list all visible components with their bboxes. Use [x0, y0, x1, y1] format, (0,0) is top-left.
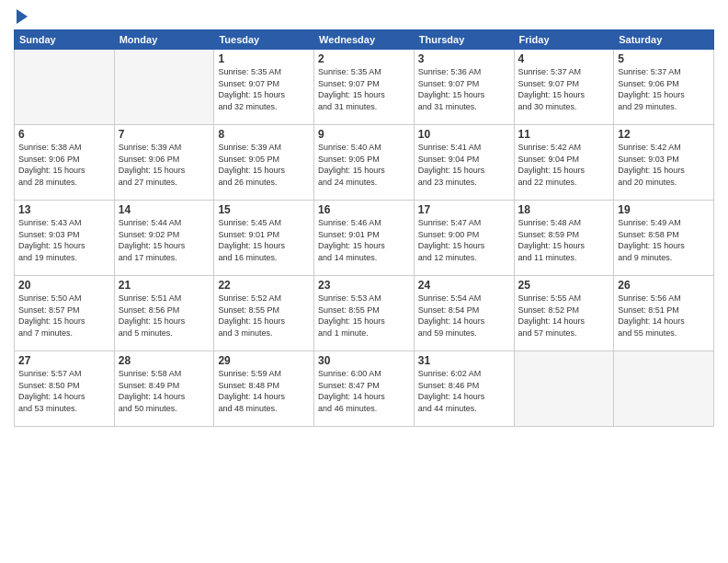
day-number: 23 — [318, 279, 410, 292]
calendar-cell: 16Sunrise: 5:46 AM Sunset: 9:01 PM Dayli… — [314, 201, 415, 276]
day-info: Sunrise: 5:52 AM Sunset: 8:55 PM Dayligh… — [218, 293, 310, 339]
calendar-cell: 10Sunrise: 5:41 AM Sunset: 9:04 PM Dayli… — [414, 125, 514, 201]
calendar-cell: 21Sunrise: 5:51 AM Sunset: 8:56 PM Dayli… — [114, 276, 214, 351]
weekday-header-friday: Friday — [514, 30, 614, 50]
day-info: Sunrise: 5:55 AM Sunset: 8:52 PM Dayligh… — [518, 293, 610, 339]
calendar-cell: 19Sunrise: 5:49 AM Sunset: 8:58 PM Dayli… — [614, 201, 714, 276]
calendar-cell: 12Sunrise: 5:42 AM Sunset: 9:03 PM Dayli… — [614, 125, 714, 201]
day-number: 30 — [318, 354, 410, 367]
day-number: 24 — [418, 279, 510, 292]
calendar-cell: 27Sunrise: 5:57 AM Sunset: 8:50 PM Dayli… — [15, 351, 115, 427]
calendar-cell — [514, 351, 614, 427]
day-info: Sunrise: 6:02 AM Sunset: 8:46 PM Dayligh… — [418, 368, 510, 414]
day-info: Sunrise: 5:57 AM Sunset: 8:50 PM Dayligh… — [18, 368, 110, 414]
calendar-cell: 5Sunrise: 5:37 AM Sunset: 9:06 PM Daylig… — [614, 50, 714, 125]
day-number: 11 — [518, 128, 610, 141]
day-number: 13 — [18, 203, 110, 216]
day-info: Sunrise: 5:54 AM Sunset: 8:54 PM Dayligh… — [418, 293, 510, 339]
weekday-header-thursday: Thursday — [414, 30, 514, 50]
day-number: 22 — [218, 279, 310, 292]
day-number: 15 — [218, 203, 310, 216]
calendar-cell: 9Sunrise: 5:40 AM Sunset: 9:05 PM Daylig… — [314, 125, 415, 201]
calendar-cell: 2Sunrise: 5:35 AM Sunset: 9:07 PM Daylig… — [314, 50, 415, 125]
day-info: Sunrise: 5:58 AM Sunset: 8:49 PM Dayligh… — [119, 368, 210, 414]
calendar-cell: 11Sunrise: 5:42 AM Sunset: 9:04 PM Dayli… — [514, 125, 614, 201]
calendar-cell: 29Sunrise: 5:59 AM Sunset: 8:48 PM Dayli… — [214, 351, 314, 427]
day-info: Sunrise: 5:37 AM Sunset: 9:06 PM Dayligh… — [618, 66, 710, 112]
logo-arrow-icon — [17, 9, 28, 24]
calendar-cell: 13Sunrise: 5:43 AM Sunset: 9:03 PM Dayli… — [15, 201, 115, 276]
day-info: Sunrise: 5:50 AM Sunset: 8:57 PM Dayligh… — [18, 293, 110, 339]
weekday-header-wednesday: Wednesday — [314, 30, 415, 50]
day-number: 29 — [218, 354, 310, 367]
calendar-cell: 1Sunrise: 5:35 AM Sunset: 9:07 PM Daylig… — [214, 50, 314, 125]
day-info: Sunrise: 5:39 AM Sunset: 9:05 PM Dayligh… — [218, 142, 310, 188]
day-info: Sunrise: 5:51 AM Sunset: 8:56 PM Dayligh… — [119, 293, 210, 339]
calendar-table: SundayMondayTuesdayWednesdayThursdayFrid… — [14, 29, 714, 427]
day-number: 25 — [518, 279, 610, 292]
calendar-cell: 17Sunrise: 5:47 AM Sunset: 9:00 PM Dayli… — [414, 201, 514, 276]
day-info: Sunrise: 5:41 AM Sunset: 9:04 PM Dayligh… — [418, 142, 510, 188]
calendar-cell: 30Sunrise: 6:00 AM Sunset: 8:47 PM Dayli… — [314, 351, 415, 427]
calendar-cell: 25Sunrise: 5:55 AM Sunset: 8:52 PM Dayli… — [514, 276, 614, 351]
calendar-week-row: 27Sunrise: 5:57 AM Sunset: 8:50 PM Dayli… — [15, 351, 714, 427]
day-info: Sunrise: 5:45 AM Sunset: 9:01 PM Dayligh… — [218, 217, 310, 263]
weekday-header-tuesday: Tuesday — [214, 30, 314, 50]
day-number: 14 — [119, 203, 210, 216]
calendar-cell: 24Sunrise: 5:54 AM Sunset: 8:54 PM Dayli… — [414, 276, 514, 351]
calendar-cell: 26Sunrise: 5:56 AM Sunset: 8:51 PM Dayli… — [614, 276, 714, 351]
weekday-header-sunday: Sunday — [15, 30, 115, 50]
day-info: Sunrise: 5:36 AM Sunset: 9:07 PM Dayligh… — [418, 66, 510, 112]
day-info: Sunrise: 5:46 AM Sunset: 9:01 PM Dayligh… — [318, 217, 410, 263]
day-info: Sunrise: 5:44 AM Sunset: 9:02 PM Dayligh… — [119, 217, 210, 263]
calendar-page: SundayMondayTuesdayWednesdayThursdayFrid… — [0, 0, 728, 563]
calendar-cell: 23Sunrise: 5:53 AM Sunset: 8:55 PM Dayli… — [314, 276, 415, 351]
day-number: 6 — [18, 128, 110, 141]
day-number: 3 — [418, 52, 510, 65]
day-info: Sunrise: 5:49 AM Sunset: 8:58 PM Dayligh… — [618, 217, 710, 263]
calendar-cell: 20Sunrise: 5:50 AM Sunset: 8:57 PM Dayli… — [15, 276, 115, 351]
day-info: Sunrise: 5:35 AM Sunset: 9:07 PM Dayligh… — [218, 66, 310, 112]
day-info: Sunrise: 5:35 AM Sunset: 9:07 PM Dayligh… — [318, 66, 410, 112]
day-number: 26 — [618, 279, 710, 292]
calendar-week-row: 20Sunrise: 5:50 AM Sunset: 8:57 PM Dayli… — [15, 276, 714, 351]
day-info: Sunrise: 5:40 AM Sunset: 9:05 PM Dayligh… — [318, 142, 410, 188]
day-info: Sunrise: 5:53 AM Sunset: 8:55 PM Dayligh… — [318, 293, 410, 339]
day-number: 28 — [119, 354, 210, 367]
calendar-week-row: 6Sunrise: 5:38 AM Sunset: 9:06 PM Daylig… — [15, 125, 714, 201]
day-number: 27 — [18, 354, 110, 367]
logo — [14, 9, 28, 22]
calendar-cell: 18Sunrise: 5:48 AM Sunset: 8:59 PM Dayli… — [514, 201, 614, 276]
day-number: 4 — [518, 52, 610, 65]
calendar-cell: 4Sunrise: 5:37 AM Sunset: 9:07 PM Daylig… — [514, 50, 614, 125]
day-info: Sunrise: 5:42 AM Sunset: 9:03 PM Dayligh… — [618, 142, 710, 188]
calendar-cell — [15, 50, 115, 125]
header — [14, 9, 714, 22]
day-info: Sunrise: 5:37 AM Sunset: 9:07 PM Dayligh… — [518, 66, 610, 112]
day-info: Sunrise: 5:48 AM Sunset: 8:59 PM Dayligh… — [518, 217, 610, 263]
day-number: 8 — [218, 128, 310, 141]
day-info: Sunrise: 5:59 AM Sunset: 8:48 PM Dayligh… — [218, 368, 310, 414]
day-info: Sunrise: 5:43 AM Sunset: 9:03 PM Dayligh… — [18, 217, 110, 263]
day-number: 10 — [418, 128, 510, 141]
day-number: 2 — [318, 52, 410, 65]
day-info: Sunrise: 6:00 AM Sunset: 8:47 PM Dayligh… — [318, 368, 410, 414]
calendar-cell: 6Sunrise: 5:38 AM Sunset: 9:06 PM Daylig… — [15, 125, 115, 201]
calendar-cell: 8Sunrise: 5:39 AM Sunset: 9:05 PM Daylig… — [214, 125, 314, 201]
day-info: Sunrise: 5:39 AM Sunset: 9:06 PM Dayligh… — [119, 142, 210, 188]
calendar-cell: 14Sunrise: 5:44 AM Sunset: 9:02 PM Dayli… — [114, 201, 214, 276]
day-number: 9 — [318, 128, 410, 141]
calendar-cell: 3Sunrise: 5:36 AM Sunset: 9:07 PM Daylig… — [414, 50, 514, 125]
day-number: 5 — [618, 52, 710, 65]
day-number: 21 — [119, 279, 210, 292]
calendar-cell: 15Sunrise: 5:45 AM Sunset: 9:01 PM Dayli… — [214, 201, 314, 276]
day-number: 17 — [418, 203, 510, 216]
calendar-cell — [614, 351, 714, 427]
day-number: 19 — [618, 203, 710, 216]
calendar-cell: 7Sunrise: 5:39 AM Sunset: 9:06 PM Daylig… — [114, 125, 214, 201]
day-number: 31 — [418, 354, 510, 367]
calendar-week-row: 13Sunrise: 5:43 AM Sunset: 9:03 PM Dayli… — [15, 201, 714, 276]
calendar-cell: 28Sunrise: 5:58 AM Sunset: 8:49 PM Dayli… — [114, 351, 214, 427]
calendar-cell — [114, 50, 214, 125]
weekday-header-row: SundayMondayTuesdayWednesdayThursdayFrid… — [15, 30, 714, 50]
